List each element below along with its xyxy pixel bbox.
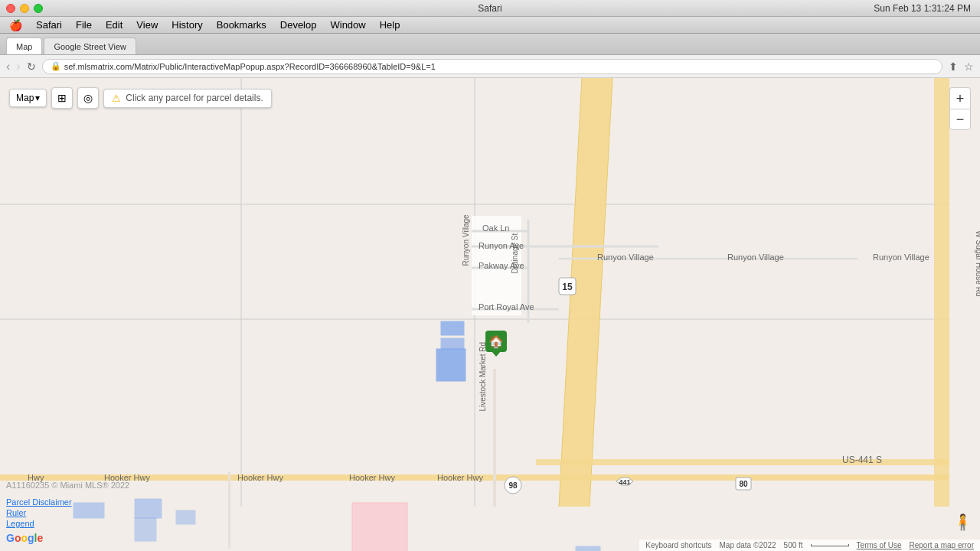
layers-button[interactable]: ⊞	[51, 87, 73, 109]
ruler-link[interactable]: Ruler	[6, 508, 72, 517]
street-view-pegman[interactable]: 🧍	[953, 513, 972, 531]
layers-icon: ⊞	[57, 92, 67, 104]
system-icons: Sun Feb 13 1:31:24 PM	[874, 3, 974, 14]
close-button[interactable]	[6, 4, 15, 13]
forward-button[interactable]: ›	[16, 60, 20, 73]
zoom-in-button[interactable]: +	[949, 87, 971, 109]
titlebar: Safari Sun Feb 13 1:31:24 PM	[0, 0, 980, 17]
parcel-notice-text: Click any parcel for parcel details.	[126, 93, 263, 103]
svg-rect-30	[441, 321, 464, 335]
svg-text:98: 98	[508, 481, 518, 490]
terms-link[interactable]: Terms of Use	[857, 541, 902, 549]
map-svg: 15 98 441 80 15	[0, 78, 980, 551]
svg-rect-19	[228, 472, 230, 549]
scale-bar	[811, 544, 849, 546]
keyboard-shortcuts-link[interactable]: Keyboard shortcuts	[645, 541, 711, 549]
titlebar-center: Safari	[478, 3, 501, 14]
bottom-links: Parcel Disclaimer Ruler Legend	[6, 497, 72, 528]
google-logo: Google	[6, 533, 43, 543]
svg-rect-37	[135, 499, 162, 518]
map-mode-label: Map	[16, 93, 34, 103]
apple-logo[interactable]: 🍎	[3, 19, 28, 31]
map-container[interactable]: 15 98 441 80 15	[0, 78, 980, 551]
dropdown-arrow-icon: ▾	[35, 93, 40, 103]
url-input[interactable]: 🔒 sef.mlsmatrix.com/Matrix/Public/Intera…	[42, 59, 942, 74]
svg-rect-31	[441, 338, 464, 349]
menu-history[interactable]: History	[165, 18, 208, 32]
svg-rect-38	[135, 518, 156, 541]
back-button[interactable]: ‹	[6, 60, 10, 73]
url-bar: ‹ › ↻ 🔒 sef.mlsmatrix.com/Matrix/Public/…	[0, 55, 980, 78]
warning-icon: ⚠	[112, 93, 121, 104]
tab-bar: Map Google Street View	[0, 34, 980, 55]
app-name-label: Safari	[478, 3, 501, 14]
svg-rect-8	[934, 78, 949, 507]
mls-watermark: A11160235 © Miami MLS® 2022	[6, 481, 129, 490]
share-button[interactable]: ⬆	[949, 60, 958, 73]
map-attribution: Keyboard shortcuts Map data ©2022 500 ft…	[639, 540, 980, 551]
svg-rect-36	[74, 503, 104, 518]
svg-text:80: 80	[739, 480, 748, 488]
map-toolbar: Map ▾ ⊞ ◎ ⚠ Click any parcel for parcel …	[9, 87, 272, 109]
menu-help[interactable]: Help	[374, 18, 407, 32]
menubar: 🍎 Safari File Edit View History Bookmark…	[0, 17, 980, 34]
svg-rect-33	[352, 503, 407, 551]
bookmark-button[interactable]: ☆	[964, 60, 974, 73]
parcel-notice: ⚠ Click any parcel for parcel details.	[103, 89, 271, 108]
reload-button[interactable]: ↻	[27, 60, 36, 73]
location-button[interactable]: ◎	[77, 87, 99, 109]
tab-street-view[interactable]: Google Street View	[44, 37, 136, 54]
location-icon: ◎	[83, 92, 93, 104]
traffic-lights[interactable]	[6, 4, 43, 13]
zoom-out-button[interactable]: −	[949, 109, 971, 130]
property-marker[interactable]: 🏠	[485, 331, 507, 352]
zoom-controls: + −	[949, 87, 971, 130]
svg-rect-39	[176, 510, 195, 524]
menu-safari[interactable]: Safari	[30, 18, 68, 32]
menu-bookmarks[interactable]: Bookmarks	[211, 18, 273, 32]
map-data-label: Map data ©2022	[719, 541, 776, 549]
tab-map[interactable]: Map	[6, 37, 42, 54]
report-link[interactable]: Report a map error	[910, 541, 974, 549]
browser-window: Map Google Street View ‹ › ↻ 🔒 sef.mlsma…	[0, 34, 980, 551]
menu-file[interactable]: File	[70, 18, 98, 32]
url-text: sef.mlsmatrix.com/Matrix/Public/Interact…	[64, 62, 436, 71]
svg-rect-9	[0, 474, 949, 481]
minimize-button[interactable]	[20, 4, 29, 13]
svg-rect-10	[536, 459, 949, 465]
legend-link[interactable]: Legend	[6, 519, 72, 528]
scale-label: 500 ft	[784, 541, 803, 549]
house-icon: 🏠	[485, 331, 507, 352]
svg-rect-32	[436, 349, 466, 381]
map-mode-button[interactable]: Map ▾	[9, 89, 47, 107]
time-label: Sun Feb 13 1:31:24 PM	[874, 3, 971, 14]
menu-window[interactable]: Window	[324, 18, 371, 32]
parcel-disclaimer-link[interactable]: Parcel Disclaimer	[6, 497, 72, 507]
lock-icon: 🔒	[51, 61, 61, 71]
svg-rect-11	[493, 369, 496, 507]
menu-develop[interactable]: Develop	[274, 18, 323, 32]
svg-text:15: 15	[562, 282, 573, 292]
svg-text:441: 441	[619, 478, 630, 486]
menu-edit[interactable]: Edit	[100, 18, 129, 32]
maximize-button[interactable]	[34, 4, 43, 13]
menu-view[interactable]: View	[130, 18, 164, 32]
